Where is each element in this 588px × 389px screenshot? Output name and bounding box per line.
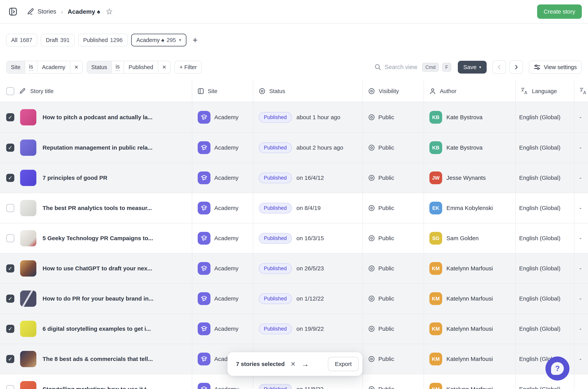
row-checkbox[interactable] <box>6 355 14 363</box>
extra-cell: - <box>574 193 588 223</box>
filter-value[interactable]: Academy <box>37 61 70 73</box>
close-icon[interactable]: ✕ <box>291 360 296 368</box>
sidebar-toggle-button[interactable] <box>8 7 17 16</box>
stories-page: Stories › Academy ♠ ☆ Create story All 1… <box>0 0 588 389</box>
story-title[interactable]: Storytelling marketing: how to use it t.… <box>43 386 151 389</box>
arrow-right-icon[interactable]: → <box>301 360 309 368</box>
status-badge: Published <box>259 233 292 244</box>
row-checkbox[interactable] <box>6 234 14 242</box>
story-title[interactable]: How to do PR for your beauty brand in... <box>43 295 153 302</box>
status-date: on 11/8/22 <box>296 386 323 389</box>
edit-pencil-icon <box>19 88 26 95</box>
table-row[interactable]: 6 digital storytelling examples to get i… <box>0 314 588 344</box>
filter-operator[interactable]: is <box>25 61 37 73</box>
add-filter-button[interactable]: + Filter <box>175 61 202 73</box>
academy-site-icon <box>198 141 210 154</box>
language-cell: English (Global) <box>516 223 574 253</box>
close-icon[interactable]: ✕ <box>158 61 170 73</box>
status-badge: Published <box>259 263 292 274</box>
row-checkbox[interactable] <box>6 385 14 389</box>
status-date: about 2 hours ago <box>296 144 343 151</box>
author-cell: JW Jesse Wynants <box>424 163 516 193</box>
story-thumbnail <box>20 381 36 389</box>
story-title[interactable]: How to pitch a podcast and actually la..… <box>43 114 152 121</box>
filter-value[interactable]: Published <box>124 61 158 73</box>
visibility-label: Public <box>378 144 394 151</box>
header-story-title[interactable]: Story title <box>0 81 192 102</box>
visibility-label: Public <box>378 265 394 272</box>
tab-count: 1687 <box>20 37 32 43</box>
search-view-input[interactable]: Search view <box>375 64 417 71</box>
help-button[interactable]: ? <box>545 357 569 381</box>
table-row[interactable]: How to use ChatGPT to draft your nex... … <box>0 253 588 283</box>
question-mark-icon: ? <box>551 362 564 375</box>
story-title[interactable]: The best PR analytics tools to measur... <box>43 205 152 211</box>
author-avatar: EK <box>429 202 442 214</box>
story-title[interactable]: 7 principles of good PR <box>43 175 107 181</box>
select-all-checkbox[interactable] <box>6 87 14 95</box>
row-checkbox[interactable] <box>6 264 14 272</box>
tab-label: Academy ♠ <box>136 37 164 43</box>
story-title-cell: 7 principles of good PR <box>0 163 192 193</box>
story-title[interactable]: How to use ChatGPT to draft your nex... <box>43 265 152 272</box>
row-checkbox[interactable] <box>6 325 14 333</box>
table-row[interactable]: How to do PR for your beauty brand in...… <box>0 283 588 314</box>
site-label: Academy <box>214 205 238 211</box>
filter-field[interactable]: Status <box>87 61 112 73</box>
header-visibility[interactable]: Visibility <box>363 81 424 102</box>
header-author[interactable]: Author <box>424 81 516 102</box>
header-extra-language[interactable]: x A <box>574 81 588 102</box>
breadcrumb-chevron-icon: › <box>61 8 63 15</box>
tab-academy-active[interactable]: Academy ♠ 295 ▾ <box>131 34 186 46</box>
site-label: Academy <box>214 265 238 272</box>
header-language[interactable]: x A Language <box>516 81 574 102</box>
table-row[interactable]: Reputation management in public rela... … <box>0 132 588 162</box>
row-checkbox[interactable] <box>6 294 14 303</box>
table-row[interactable]: How to pitch a podcast and actually la..… <box>0 102 588 132</box>
tab-draft[interactable]: Draft 391 <box>41 34 75 46</box>
close-icon[interactable]: ✕ <box>70 61 82 73</box>
view-settings-button[interactable]: View settings <box>529 61 582 74</box>
header-status[interactable]: Status <box>253 81 363 102</box>
author-name: Katelynn Marfousi <box>446 386 493 389</box>
language-cell: English (Global) <box>516 314 574 344</box>
header-site[interactable]: Site <box>192 81 253 102</box>
favorite-star-icon[interactable]: ☆ <box>106 7 113 16</box>
author-cell: KM Katelynn Marfousi <box>424 284 516 314</box>
save-label: Save <box>463 64 476 70</box>
visibility-label: Public <box>378 235 394 242</box>
author-cell: KM Katelynn Marfousi <box>424 254 516 283</box>
site-cell: Academy <box>192 314 253 344</box>
story-title[interactable]: 5 Geeky Technology PR Campaigns to... <box>43 235 153 242</box>
prev-view-button[interactable] <box>493 60 506 74</box>
story-title[interactable]: 6 digital storytelling examples to get i… <box>43 325 151 332</box>
story-title-cell: How to do PR for your beauty brand in... <box>0 284 192 314</box>
add-view-button[interactable]: + <box>193 36 198 44</box>
next-view-button[interactable] <box>509 60 523 74</box>
row-checkbox[interactable] <box>6 204 14 212</box>
table-row[interactable]: 5 Geeky Technology PR Campaigns to... Ac… <box>0 223 588 253</box>
filter-chips: Site is Academy ✕ Status is Published ✕ … <box>6 61 202 73</box>
svg-text:A: A <box>524 90 527 95</box>
story-title[interactable]: Reputation management in public rela... <box>43 144 152 151</box>
export-button[interactable]: Export <box>328 357 359 371</box>
extra-cell: - <box>574 163 588 193</box>
table-row[interactable]: 7 principles of good PR Academy Publishe… <box>0 162 588 193</box>
breadcrumb-stories-link[interactable]: Stories <box>37 8 56 15</box>
story-title[interactable]: The 8 best ads & commercials that tell..… <box>43 356 153 362</box>
extra-cell: - <box>574 102 588 132</box>
filter-field[interactable]: Site <box>7 61 25 73</box>
table-row[interactable]: The best PR analytics tools to measur...… <box>0 193 588 223</box>
language-label: English (Global) <box>519 325 560 332</box>
tab-all[interactable]: All 1687 <box>6 34 37 46</box>
create-story-button[interactable]: Create story <box>537 4 582 19</box>
status-cell: Published on 1/12/22 <box>253 284 363 314</box>
filter-operator[interactable]: is <box>112 61 124 73</box>
row-checkbox[interactable] <box>6 113 14 121</box>
site-cell: Academy <box>192 163 253 193</box>
row-checkbox[interactable] <box>6 174 14 182</box>
save-view-button[interactable]: Save ▾ <box>458 61 486 73</box>
row-checkbox[interactable] <box>6 144 14 152</box>
table-row[interactable]: Storytelling marketing: how to use it t.… <box>0 374 588 389</box>
tab-published[interactable]: Published 1296 <box>78 34 128 46</box>
